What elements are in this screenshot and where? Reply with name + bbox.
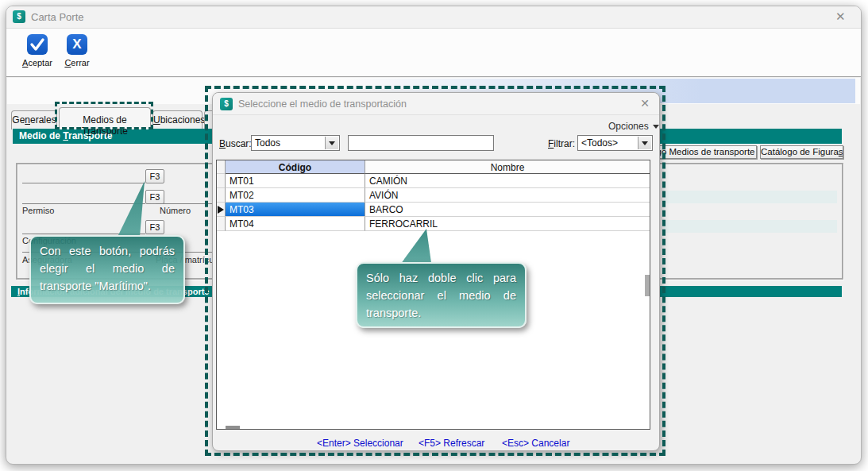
permiso-label: Permiso xyxy=(22,206,54,215)
close-x-icon: X xyxy=(67,34,87,55)
tab-generales[interactable]: Generales xyxy=(11,110,57,129)
readonly-row-1 xyxy=(664,191,837,203)
aceptar-button[interactable]: Aceptar xyxy=(17,34,58,68)
readonly-row-2 xyxy=(664,220,837,233)
cerrar-label: Cerrar xyxy=(56,58,98,68)
catalogo-figuras-button[interactable]: Catálogo de Figuras xyxy=(760,145,843,159)
main-toolbar: Aceptar X Cerrar xyxy=(6,29,861,77)
title-bar: Carta Porte xyxy=(6,6,861,29)
app-icon xyxy=(13,10,25,23)
callout-left: Con este botón, podrás elegir el medio d… xyxy=(29,235,185,304)
numero-label: Número xyxy=(160,206,191,215)
annotation-dashed-box-tab xyxy=(55,102,153,129)
medio-transporte-field[interactable] xyxy=(22,170,145,183)
cerrar-button[interactable]: X Cerrar xyxy=(56,34,98,68)
catalogo-medios-transporte-button[interactable]: go Medios de transporte xyxy=(654,145,757,159)
aceptar-label: Aceptar xyxy=(17,58,58,68)
tab-ubicaciones[interactable]: Ubicaciones xyxy=(152,110,203,129)
permiso-field[interactable] xyxy=(22,191,145,204)
screenshot-root: { "window": { "title": "Carta Porte" }, … xyxy=(0,0,868,471)
f3-button-medio[interactable]: F3 xyxy=(145,169,164,183)
window-close-icon[interactable]: ✕ xyxy=(835,10,846,22)
check-icon xyxy=(27,34,48,55)
f3-button-configuracion[interactable]: F3 xyxy=(145,220,164,234)
window-title: Carta Porte xyxy=(31,11,83,23)
callout-dialog: Sólo haz doble clic para seleccionar el … xyxy=(356,262,527,328)
